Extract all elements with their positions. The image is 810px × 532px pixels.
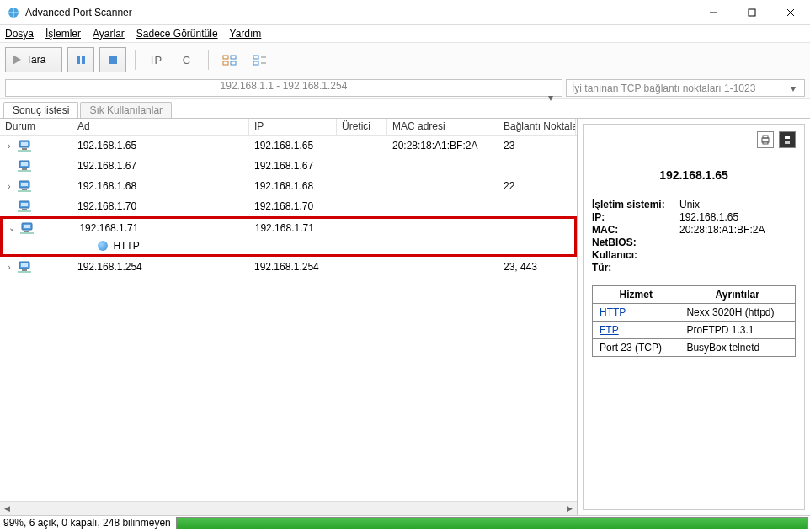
col-vendor[interactable]: Üretici (337, 119, 387, 135)
svg-rect-16 (253, 61, 258, 65)
svg-rect-15 (253, 56, 258, 59)
col-mac[interactable]: MAC adresi (387, 119, 498, 135)
cell-ip: 192.168.1.71 (250, 222, 337, 234)
host-icon (17, 160, 32, 172)
mac-value: 20:28:18:A1:BF:2A (679, 224, 796, 236)
expand-icon[interactable]: › (5, 263, 13, 272)
title-bar: Advanced Port Scanner (0, 0, 810, 25)
results-pane: Durum Ad IP Üretici MAC adresi Bağlantı … (0, 119, 578, 515)
port-filter-value: İyi tanınan TCP bağlantı noktaları 1-102… (572, 82, 755, 94)
svg-rect-48 (785, 141, 790, 144)
menu-settings[interactable]: Ayarlar (93, 28, 125, 40)
svg-rect-37 (24, 231, 29, 232)
svg-rect-25 (22, 168, 27, 170)
table-subrow[interactable]: HTTP (0, 237, 577, 257)
pause-button[interactable] (67, 47, 94, 72)
service-name: Port 23 (TCP) (600, 342, 662, 354)
cell-mac: 20:28:18:A1:BF:2A (387, 140, 498, 152)
col-status[interactable]: Durum (0, 119, 72, 135)
host-icon (17, 200, 32, 212)
ip-range-input[interactable]: 192.168.1.1 - 192.168.1.254 ▾ (5, 79, 562, 97)
dropdown-icon[interactable]: ▾ (545, 92, 557, 104)
table-row[interactable]: ›192.168.1.68192.168.1.6822 (0, 176, 577, 196)
ip-button[interactable]: IP (144, 47, 169, 72)
table-row[interactable]: ›192.168.1.67192.168.1.67 (0, 156, 577, 176)
cell-ports: 23 (498, 140, 576, 152)
menu-file[interactable]: Dosya (5, 28, 34, 40)
cell-ip: 192.168.1.67 (249, 160, 337, 172)
cell-ports: 22 (498, 180, 576, 192)
print-button[interactable] (757, 131, 774, 148)
results-rows: ›192.168.1.65192.168.1.6520:28:18:A1:BF:… (0, 136, 577, 501)
cell-ip: 192.168.1.68 (249, 180, 337, 192)
svg-rect-13 (231, 56, 236, 59)
scroll-left-icon[interactable]: ◀ (0, 502, 14, 516)
user-label: Kullanıcı: (592, 249, 679, 261)
col-ports[interactable]: Bağlantı Noktaları (498, 119, 576, 135)
table-row[interactable]: ⌄192.168.1.71192.168.1.71 (0, 216, 577, 237)
c-button[interactable]: C (174, 47, 200, 72)
dropdown-icon[interactable]: ▾ (787, 82, 799, 94)
expand-all-button[interactable] (217, 47, 242, 72)
http-icon (98, 241, 108, 251)
scan-label: Tara (26, 54, 45, 66)
service-name: HTTP (113, 240, 139, 252)
scroll-right-icon[interactable]: ▶ (562, 502, 577, 516)
stop-button[interactable] (99, 47, 126, 72)
svc-header: Hizmet (593, 286, 679, 304)
table-row[interactable]: ›192.168.1.65192.168.1.6520:28:18:A1:BF:… (0, 136, 577, 156)
scan-button[interactable]: Tara (5, 47, 62, 72)
separator (135, 50, 136, 70)
app-icon (7, 6, 20, 19)
col-ip[interactable]: IP (249, 119, 337, 135)
col-name[interactable]: Ad (72, 119, 249, 135)
main-area: Durum Ad IP Üretici MAC adresi Bağlantı … (0, 118, 810, 515)
cell-name: 192.168.1.254 (72, 261, 249, 273)
maximize-button[interactable] (733, 0, 771, 25)
expand-icon[interactable]: ⌄ (8, 223, 16, 232)
svg-rect-21 (22, 148, 27, 150)
menu-actions[interactable]: İşlemler (45, 28, 81, 40)
svg-rect-29 (22, 189, 27, 190)
svg-rect-12 (223, 61, 228, 65)
port-filter-input[interactable]: İyi tanınan TCP bağlantı noktaları 1-102… (566, 79, 805, 97)
tab-bar: Sonuç listesi Sık Kullanılanlar (0, 99, 810, 118)
cell-ip: 192.168.1.70 (249, 200, 337, 212)
play-icon (11, 54, 23, 66)
table-row[interactable]: ›192.168.1.70192.168.1.70 (0, 196, 577, 216)
svg-rect-20 (21, 142, 28, 146)
svg-rect-10 (109, 56, 117, 64)
svg-rect-4 (749, 9, 755, 16)
svg-rect-44 (763, 136, 768, 138)
tab-results[interactable]: Sonuç listesi (3, 102, 78, 118)
expand-icon[interactable]: › (5, 182, 13, 191)
service-link[interactable]: FTP (600, 324, 619, 336)
service-detail: BusyBox telnetd (679, 339, 796, 357)
expand-icon[interactable]: › (5, 141, 13, 151)
horizontal-scrollbar[interactable]: ◀ ▶ (0, 501, 577, 515)
window-title: Advanced Port Scanner (25, 7, 694, 19)
toolbar: Tara IP C (0, 42, 810, 77)
minimize-button[interactable] (694, 0, 733, 25)
ip-label: IP: (592, 211, 679, 223)
svg-rect-28 (21, 183, 28, 186)
table-row[interactable]: ›192.168.1.254192.168.1.25423, 443 (0, 257, 577, 277)
menu-help[interactable]: Yardım (230, 28, 262, 40)
svg-rect-9 (82, 56, 85, 64)
tab-favorites[interactable]: Sık Kullanılanlar (80, 102, 172, 118)
detail-title: 192.168.1.65 (592, 168, 796, 182)
svg-rect-47 (785, 136, 790, 139)
os-value: Unix (679, 199, 796, 210)
menu-view[interactable]: Sadece Görüntüle (136, 28, 218, 40)
close-button[interactable] (771, 0, 810, 25)
ip-value: 192.168.1.65 (679, 211, 796, 223)
service-link[interactable]: HTTP (600, 306, 626, 318)
cell-name: 192.168.1.68 (72, 180, 249, 192)
status-bar: 99%, 6 açık, 0 kapalı, 248 bilinmeyen (0, 515, 810, 530)
svg-rect-41 (22, 269, 27, 271)
svg-rect-32 (21, 203, 28, 206)
host-icon (17, 140, 32, 152)
save-button[interactable] (779, 131, 796, 148)
host-icon (17, 261, 32, 273)
collapse-all-button[interactable] (248, 47, 273, 72)
